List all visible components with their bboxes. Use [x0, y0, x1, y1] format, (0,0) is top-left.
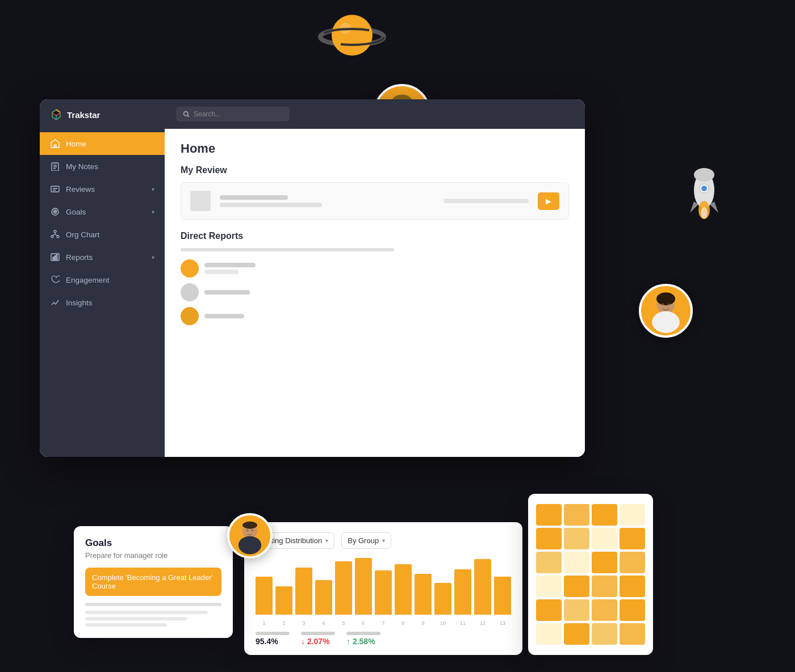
dr-text-3 — [204, 314, 244, 318]
svg-point-38 — [51, 236, 53, 238]
goals-line-1 — [85, 611, 208, 614]
goals-line-3 — [85, 623, 167, 627]
sidebar-item-org-chart[interactable]: Org Chart — [40, 223, 165, 246]
sidebar-item-reports-label: Reports — [66, 253, 93, 262]
chart-bar — [474, 559, 491, 615]
chart-bar — [454, 569, 471, 615]
chart-bar — [355, 558, 372, 615]
svg-point-28 — [246, 530, 248, 531]
review-text-group — [220, 195, 434, 207]
sidebar-item-home-label: Home — [66, 140, 86, 148]
heatmap-cell — [536, 576, 562, 597]
heatmap-cell — [620, 576, 645, 597]
review-button-icon: ▶ — [546, 197, 551, 205]
review-text-2 — [220, 203, 322, 207]
svg-rect-33 — [51, 186, 59, 192]
svg-point-22 — [662, 303, 664, 305]
sidebar-item-goals-label: Goals — [66, 208, 86, 216]
engagement-icon — [50, 275, 60, 285]
heatmap-cell — [620, 599, 645, 621]
svg-point-5 — [694, 168, 714, 182]
planet-decoration — [318, 6, 386, 62]
sidebar-item-my-notes[interactable]: My Notes — [40, 155, 165, 178]
stat-group-3: ↑ 2.58% — [346, 632, 380, 646]
direct-reports-divider — [181, 248, 394, 251]
stat-group-2: ↓ 2.07% — [301, 632, 335, 646]
heatmap-cell — [620, 504, 645, 526]
svg-point-41 — [184, 111, 188, 115]
stat-value-3: ↑ 2.58% — [346, 637, 380, 646]
goals-card-subtitle: Prepare for manager role — [85, 551, 221, 560]
search-box[interactable]: Search... — [176, 107, 290, 121]
chart-bar — [375, 570, 392, 615]
heatmap-cell — [592, 528, 617, 549]
review-thumbnail — [190, 191, 211, 211]
direct-report-2 — [181, 283, 569, 301]
sidebar-item-reviews[interactable]: Reviews ▾ — [40, 178, 165, 200]
heatmap-cell — [592, 576, 617, 597]
sidebar: Trakstar Home My Notes Reviews ▾ — [40, 99, 165, 457]
main-content: Home My Review ▶ Direct Reports — [165, 129, 585, 457]
notes-icon — [50, 161, 60, 171]
sidebar-item-engagement-label: Engagement — [66, 276, 110, 284]
goals-card-title: Goals — [85, 537, 221, 549]
rating-distribution-card: Rating Distribution ▾ By Group ▾ 1 2 3 4… — [244, 522, 522, 655]
by-group-chevron: ▾ — [382, 537, 385, 544]
reviews-icon — [50, 184, 60, 194]
app-name: Trakstar — [67, 110, 100, 120]
goals-task-card[interactable]: Complete 'Becoming a Great Leader' Cours… — [85, 568, 221, 596]
dr-text-1 — [204, 263, 256, 274]
dr-text-2 — [204, 290, 250, 295]
bar-chart — [256, 558, 511, 615]
svg-rect-30 — [53, 144, 55, 148]
sidebar-item-reports[interactable]: Reports ▾ — [40, 246, 165, 268]
heatmap-cell — [592, 623, 617, 645]
by-group-dropdown[interactable]: By Group ▾ — [341, 532, 391, 549]
heatmap-cell — [620, 552, 645, 573]
direct-report-1 — [181, 259, 569, 278]
content-area: My Review ▶ Direct Reports — [165, 165, 585, 325]
heatmap-cell — [536, 599, 562, 621]
chart-bar — [434, 583, 451, 615]
goals-lines — [85, 611, 221, 627]
heatmap-cell — [592, 504, 617, 526]
stat-label-2 — [301, 632, 335, 635]
chart-bar — [415, 574, 432, 615]
heatmap-cell — [564, 504, 589, 526]
by-group-label: By Group — [348, 536, 379, 545]
sidebar-item-engagement[interactable]: Engagement — [40, 268, 165, 291]
sidebar-item-my-notes-label: My Notes — [66, 162, 98, 171]
search-placeholder: Search... — [194, 110, 221, 118]
chart-bar — [395, 564, 412, 615]
chart-x-labels: 1 2 3 4 5 6 7 8 9 10 11 12 13 — [256, 620, 511, 626]
svg-point-7 — [701, 186, 707, 191]
sidebar-nav: Home My Notes Reviews ▾ Goals ▾ — [40, 130, 165, 457]
sidebar-item-insights[interactable]: Insights — [40, 291, 165, 314]
heatmap-cell — [564, 599, 589, 621]
sidebar-item-home[interactable]: Home — [40, 132, 165, 155]
dr-avatar-3 — [181, 307, 199, 325]
review-button[interactable]: ▶ — [538, 192, 559, 210]
stat-value-2: ↓ 2.07% — [301, 637, 335, 646]
stat-group-1: 95.4% — [256, 632, 290, 646]
direct-report-3 — [181, 307, 569, 325]
header-bar: Search... — [165, 99, 585, 129]
home-icon — [50, 138, 60, 149]
browser-window: Trakstar Home My Notes Reviews ▾ — [40, 99, 585, 457]
goals-progress-bar — [85, 603, 221, 606]
dr-name-1 — [204, 263, 256, 267]
avatar-man — [227, 513, 273, 558]
goals-line-2 — [85, 617, 187, 620]
by-group-card — [528, 494, 653, 655]
heatmap-cell — [592, 552, 617, 573]
stat-value-1: 95.4% — [256, 637, 290, 646]
heatmap-cell — [536, 623, 562, 645]
rating-card-header: Rating Distribution ▾ By Group ▾ — [256, 532, 511, 549]
svg-point-20 — [656, 292, 675, 305]
chart-bar — [315, 580, 332, 615]
heatmap-cell — [536, 552, 562, 573]
rating-stats: 95.4% ↓ 2.07% ↑ 2.58% — [256, 632, 511, 646]
dr-role-1 — [204, 270, 238, 274]
sidebar-item-goals[interactable]: Goals ▾ — [40, 200, 165, 223]
page-title: Home — [165, 129, 585, 165]
